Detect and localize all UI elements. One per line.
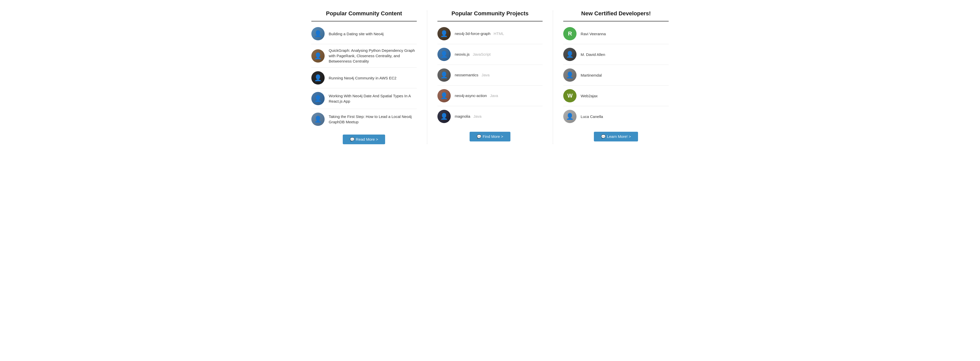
projects-column: Popular Community Projects 👤 neo4j-3d-fo…	[427, 10, 553, 144]
list-item: 👤 Building a Dating site with Neo4j	[311, 24, 417, 44]
developer-name: Martinemdal	[581, 73, 602, 77]
learn-more-button-container: 💬 Learn More! >	[563, 132, 669, 142]
developer-name: Luca Canella	[581, 115, 603, 119]
projects-column-title: Popular Community Projects	[438, 10, 543, 21]
avatar: R	[563, 27, 576, 40]
list-item: 👤 Working With Neo4j Date And Spatial Ty…	[311, 88, 417, 109]
project-name: neosemantics	[455, 73, 479, 77]
project-language: JavaScript	[473, 52, 490, 56]
content-item-title: Running Neo4j Community in AWS EC2	[329, 75, 396, 81]
project-language: Java	[473, 114, 482, 118]
read-more-button[interactable]: 💬 Read More >	[343, 135, 385, 144]
avatar: 👤	[438, 110, 451, 123]
avatar: 👤	[311, 71, 325, 84]
avatar: 👤	[563, 110, 576, 123]
find-more-button[interactable]: 💬 Find More >	[469, 132, 511, 142]
content-column-title: Popular Community Content	[311, 10, 417, 21]
projects-list: 👤 neo4j-3d-force-graph HTML 👤 neovis.js …	[438, 24, 543, 127]
content-column: Popular Community Content 👤 Building a D…	[311, 10, 427, 144]
list-item: 👤 QuickGraph: Analysing Python Dependenc…	[311, 44, 417, 68]
content-item-title: Taking the First Step: How to Lead a Loc…	[329, 114, 417, 125]
avatar: 👤	[311, 92, 325, 105]
read-more-button-container: 💬 Read More >	[311, 135, 417, 144]
avatar: 👤	[438, 89, 451, 102]
project-info: neo4j-3d-force-graph HTML	[455, 32, 504, 36]
project-info: magnolia Java	[455, 114, 482, 119]
project-name: neovis.js	[455, 52, 469, 56]
project-language: Java	[482, 73, 490, 77]
developer-name: Ravi Veeranna	[581, 32, 606, 36]
content-item-title: Building a Dating site with Neo4j	[329, 31, 383, 37]
content-item-title: Working With Neo4j Date And Spatial Type…	[329, 93, 417, 104]
list-item: 👤 Luca Canella	[563, 106, 669, 127]
content-list: 👤 Building a Dating site with Neo4j 👤 Qu…	[311, 24, 417, 129]
avatar: W	[563, 89, 576, 102]
list-item: 👤 Martinemdal	[563, 65, 669, 86]
list-item: 👤 Running Neo4j Community in AWS EC2	[311, 68, 417, 88]
project-language: Java	[490, 94, 498, 98]
list-item: R Ravi Veeranna	[563, 24, 669, 44]
list-item: W Web2ajax	[563, 86, 669, 106]
list-item: 👤 neo4j-async-action Java	[438, 86, 543, 106]
avatar-letter: R	[568, 30, 572, 37]
developers-column: New Certified Developers! R Ravi Veerann…	[553, 10, 669, 144]
list-item: 👤 M. David Allen	[563, 44, 669, 65]
list-item: 👤 neosemantics Java	[438, 65, 543, 86]
avatar: 👤	[563, 68, 576, 82]
project-info: neosemantics Java	[455, 73, 490, 77]
list-item: 👤 neovis.js JavaScript	[438, 44, 543, 65]
developers-column-title: New Certified Developers!	[563, 10, 669, 21]
avatar: 👤	[311, 27, 325, 40]
project-name: neo4j-async-action	[455, 94, 487, 98]
find-more-button-container: 💬 Find More >	[438, 132, 543, 142]
developers-list: R Ravi Veeranna 👤 M. David Allen 👤 Marti…	[563, 24, 669, 127]
avatar: 👤	[438, 48, 451, 61]
avatar: 👤	[311, 113, 325, 126]
avatar: 👤	[563, 48, 576, 61]
project-name: neo4j-3d-force-graph	[455, 32, 490, 36]
project-info: neo4j-async-action Java	[455, 94, 498, 98]
learn-more-button[interactable]: 💬 Learn More! >	[594, 132, 638, 142]
avatar: 👤	[311, 49, 325, 62]
developer-name: Web2ajax	[581, 94, 597, 98]
project-info: neovis.js JavaScript	[455, 52, 491, 57]
page-container: Popular Community Content 👤 Building a D…	[311, 10, 669, 144]
project-name: magnolia	[455, 114, 470, 118]
list-item: 👤 Taking the First Step: How to Lead a L…	[311, 109, 417, 129]
project-language: HTML	[493, 32, 504, 36]
list-item: 👤 neo4j-3d-force-graph HTML	[438, 24, 543, 44]
avatar-letter: W	[567, 92, 573, 99]
developer-name: M. David Allen	[581, 52, 605, 57]
avatar: 👤	[438, 27, 451, 40]
content-item-title: QuickGraph: Analysing Python Dependency …	[329, 48, 417, 64]
list-item: 👤 magnolia Java	[438, 106, 543, 127]
avatar: 👤	[438, 68, 451, 82]
